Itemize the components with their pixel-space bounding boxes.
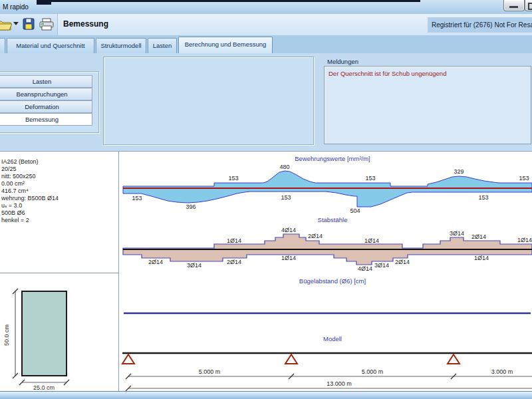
message-text: Der Querschnitt ist für Schub ungenügend	[329, 70, 446, 77]
material-info-line: IA262 (Beton)	[1, 158, 39, 165]
chart-title-buegelabstand: Bügelabstand (Ø6) [cm]	[299, 277, 366, 285]
toolbar-title-strip: Bemessung Registriert für (2676) Not For…	[58, 14, 532, 35]
open-file-icon[interactable]	[0, 17, 12, 32]
tab-berechnung-und-bemessung[interactable]: Berechnung und Bemessung	[178, 37, 273, 54]
material-info-line: 20/25	[1, 166, 17, 172]
tab-partial[interactable]	[0, 38, 5, 53]
app-window: M rapido	[0, 0, 532, 399]
minimize-icon	[509, 6, 518, 8]
material-info-line: 0.00 cm²	[1, 180, 25, 187]
chart-title-bewehrungswerte: Bewehrungswerte [mm²/m]	[295, 155, 370, 162]
tab-material-und-querschnitt[interactable]: Material und Querschnitt	[7, 38, 94, 53]
nav-button-beanspruchungen[interactable]: Beanspruchungen	[0, 88, 92, 100]
cross-section-drawing	[0, 276, 120, 391]
nav-button-deformation[interactable]: Deformation	[0, 100, 92, 113]
page-title: Bemessung	[63, 19, 108, 29]
material-info-line: 416.7 cm⁴	[1, 188, 29, 194]
empty-group-box	[103, 57, 314, 145]
panel-divider	[0, 273, 118, 273]
material-info-line: wehrung: B500B Ø14	[1, 195, 59, 201]
minimize-button[interactable]	[503, 0, 525, 11]
toolbar-icon-group	[0, 14, 58, 35]
support-icon	[122, 354, 134, 364]
top-bars-area	[123, 234, 532, 249]
messages-box[interactable]: Der Querschnitt ist für Schub ungenügend	[324, 66, 531, 144]
nav-button-lasten[interactable]: Lasten	[0, 75, 92, 88]
chart-title-stabstaehle: Stabstähle	[318, 216, 348, 223]
cross-section-rect	[22, 291, 66, 376]
registered-badge: Registriert für (2676) Not For Resale	[428, 17, 532, 33]
window-title: M rapido	[3, 3, 29, 11]
material-info-line: 500B Ø6	[1, 209, 25, 216]
bottom-bars-area	[123, 249, 532, 265]
diagram-canvas	[120, 151, 532, 391]
tab-bar: Material und Querschnitt Strukturmodell …	[0, 35, 532, 53]
cross-section-width-label: 25.0 cm	[33, 384, 55, 391]
maximize-button[interactable]	[525, 0, 532, 11]
window-icon	[37, 0, 51, 5]
titlebar-decor	[37, 0, 420, 2]
support-icon	[448, 354, 460, 364]
messages-title: Meldungen	[327, 58, 358, 65]
support-icon	[285, 354, 297, 364]
bewehrungswerte-chart	[123, 171, 532, 207]
material-info-line: nitt: 500x250	[1, 173, 36, 180]
print-icon[interactable]	[39, 17, 55, 31]
cross-section-height-label: 50.0 cm	[3, 325, 10, 346]
nav-button-group: Lasten Beanspruchungen Deformation Bemes…	[0, 71, 99, 133]
chart-title-modell: Modell	[323, 335, 342, 342]
title-bar: M rapido	[0, 0, 532, 14]
open-dropdown-arrow-icon[interactable]	[13, 22, 19, 25]
status-bar	[0, 391, 532, 399]
upper-section: Lasten Beanspruchungen Deformation Bemes…	[0, 53, 532, 151]
stabstaehle-chart	[123, 234, 532, 265]
tab-strukturmodell[interactable]: Strukturmodell	[96, 38, 146, 53]
model-chart	[122, 353, 532, 391]
material-info-line: henkel = 2	[1, 217, 29, 223]
maximize-icon	[528, 3, 532, 10]
save-icon[interactable]	[22, 17, 35, 31]
nav-button-bemessung[interactable]: Bemessung	[0, 113, 92, 126]
top-reinforcement-area	[123, 171, 532, 188]
bottom-reinforcement-area	[123, 188, 532, 207]
toolbar: Bemessung Registriert für (2676) Not For…	[0, 14, 532, 36]
tab-lasten[interactable]: Lasten	[148, 38, 177, 53]
material-info-line: uₛ = 3.0	[1, 202, 22, 209]
support-triangles	[122, 354, 460, 364]
dimension-lines	[128, 376, 532, 388]
